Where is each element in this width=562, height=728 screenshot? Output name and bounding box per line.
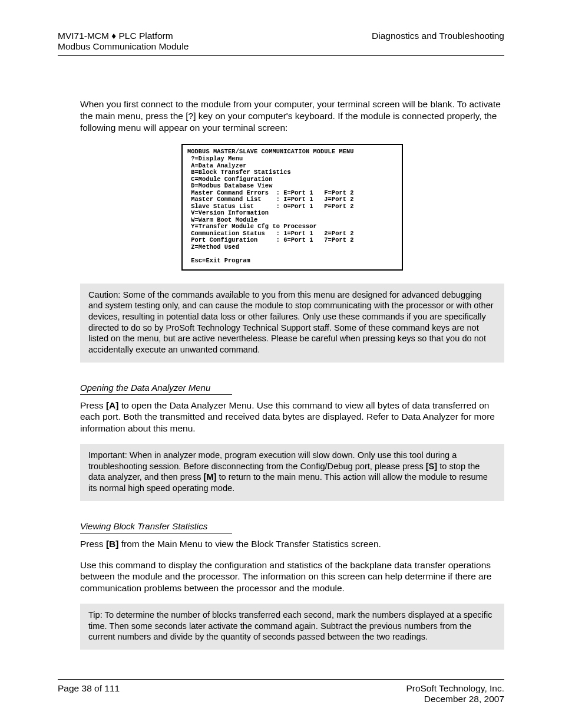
terminal-screenshot: MODBUS MASTER/SLAVE COMMUNICATION MODULE… <box>80 144 504 270</box>
page-footer: Page 38 of 111 ProSoft Technology, Inc. … <box>58 679 504 704</box>
section-b-text2: Use this command to display the configur… <box>80 559 504 594</box>
tip-label: Tip: <box>88 610 103 620</box>
key-m: [M] <box>204 472 217 482</box>
caution-box: Caution: Some of the commands available … <box>80 284 504 363</box>
intro-paragraph: When you first connect to the module fro… <box>80 98 504 133</box>
important-box: Important: When in analyzer mode, progra… <box>80 444 504 501</box>
header-section: Diagnostics and Troubleshooting <box>372 31 504 52</box>
press-label-b: Press <box>80 539 104 549</box>
caution-label: Caution: <box>88 290 120 299</box>
section-b-text1: Press [B] from the Main Menu to view the… <box>80 538 504 550</box>
footer-date: December 28, 2007 <box>406 694 504 704</box>
key-b: [B] <box>106 539 119 549</box>
key-s: [S] <box>426 462 437 471</box>
page-header: MVI71-MCM ♦ PLC Platform Modbus Communic… <box>58 31 504 56</box>
section-b-after: from the Main Menu to view the Block Tra… <box>121 539 381 549</box>
section-head-block-transfer: Viewing Block Transfer Statistics <box>80 521 232 533</box>
header-subtitle: Modbus Communication Module <box>58 41 189 52</box>
press-label: Press <box>80 400 104 410</box>
section-a-after: to open the Data Analyzer Menu. Use this… <box>80 400 495 434</box>
footer-page: Page 38 of 111 <box>58 683 120 704</box>
footer-company: ProSoft Technology, Inc. <box>406 683 504 694</box>
important-pre: When in analyzer mode, program execution… <box>88 450 457 471</box>
caution-text: Some of the commands available to you fr… <box>88 290 494 354</box>
important-label: Important: <box>88 450 127 460</box>
tip-box: Tip: To determine the number of blocks t… <box>80 604 504 650</box>
header-product: MVI71-MCM ♦ PLC Platform <box>58 31 189 41</box>
tip-text: To determine the number of blocks transf… <box>88 610 492 641</box>
terminal-menu: MODBUS MASTER/SLAVE COMMUNICATION MODULE… <box>181 144 403 270</box>
section-a-text: Press [A] to open the Data Analyzer Menu… <box>80 400 504 434</box>
key-a: [A] <box>106 400 119 410</box>
header-left: MVI71-MCM ♦ PLC Platform Modbus Communic… <box>58 31 189 52</box>
section-head-data-analyzer: Opening the Data Analyzer Menu <box>80 383 232 395</box>
